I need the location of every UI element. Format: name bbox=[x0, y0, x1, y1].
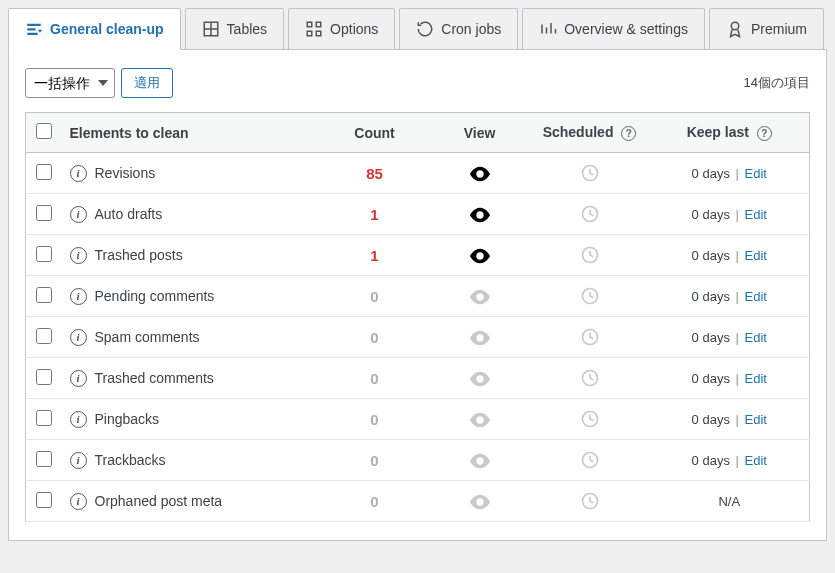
row-checkbox[interactable] bbox=[36, 246, 52, 262]
view-icon[interactable] bbox=[469, 287, 491, 304]
row-checkbox[interactable] bbox=[36, 451, 52, 467]
element-name: Auto drafts bbox=[95, 206, 163, 222]
table-row: iTrashed comments00 days | Edit bbox=[26, 358, 810, 399]
edit-link[interactable]: Edit bbox=[745, 289, 767, 304]
element-name: Orphaned post meta bbox=[95, 493, 223, 509]
tab-overview[interactable]: Overview & settings bbox=[522, 8, 705, 49]
info-icon[interactable]: i bbox=[70, 329, 87, 346]
element-name: Pingbacks bbox=[95, 411, 160, 427]
table-row: iOrphaned post meta0N/A bbox=[26, 481, 810, 522]
tab-tables[interactable]: Tables bbox=[185, 8, 284, 49]
count-value: 0 bbox=[370, 288, 378, 305]
row-checkbox[interactable] bbox=[36, 369, 52, 385]
tables-icon bbox=[202, 20, 220, 38]
select-all-checkbox[interactable] bbox=[36, 123, 52, 139]
table-row: iAuto drafts10 days | Edit bbox=[26, 194, 810, 235]
info-icon[interactable]: i bbox=[70, 452, 87, 469]
element-name: Pending comments bbox=[95, 288, 215, 304]
edit-link[interactable]: Edit bbox=[745, 207, 767, 222]
options-icon bbox=[305, 20, 323, 38]
clock-icon bbox=[580, 369, 600, 385]
svg-rect-0 bbox=[27, 24, 41, 26]
clock-icon bbox=[580, 287, 600, 303]
table-row: iPending comments00 days | Edit bbox=[26, 276, 810, 317]
bulk-select[interactable]: 一括操作 bbox=[25, 68, 115, 98]
edit-link[interactable]: Edit bbox=[745, 248, 767, 263]
tab-label: Premium bbox=[751, 21, 807, 37]
info-icon[interactable]: i bbox=[70, 247, 87, 264]
clock-icon bbox=[580, 492, 600, 508]
view-icon[interactable] bbox=[469, 369, 491, 386]
items-count: 14個の項目 bbox=[744, 74, 810, 92]
premium-icon bbox=[726, 20, 744, 38]
info-icon[interactable]: i bbox=[70, 206, 87, 223]
element-name: Trashed comments bbox=[95, 370, 214, 386]
view-icon[interactable] bbox=[469, 328, 491, 345]
count-value: 0 bbox=[370, 370, 378, 387]
count-value: 85 bbox=[366, 165, 383, 182]
help-icon[interactable]: ? bbox=[757, 126, 772, 141]
tab-cron[interactable]: Cron jobs bbox=[399, 8, 518, 49]
svg-rect-7 bbox=[316, 22, 321, 27]
clock-icon bbox=[580, 205, 600, 221]
edit-link[interactable]: Edit bbox=[745, 412, 767, 427]
count-value: 0 bbox=[370, 493, 378, 510]
tab-label: General clean-up bbox=[50, 21, 164, 37]
tabs-bar: General clean-upTablesOptionsCron jobsOv… bbox=[8, 8, 827, 49]
overview-icon bbox=[539, 20, 557, 38]
view-icon[interactable] bbox=[469, 205, 491, 222]
row-checkbox[interactable] bbox=[36, 205, 52, 221]
info-icon[interactable]: i bbox=[70, 370, 87, 387]
tab-cleanup[interactable]: General clean-up bbox=[8, 8, 181, 50]
count-value: 0 bbox=[370, 411, 378, 428]
row-checkbox[interactable] bbox=[36, 164, 52, 180]
view-icon[interactable] bbox=[469, 410, 491, 427]
keep-days: 0 days bbox=[692, 166, 730, 181]
col-scheduled: Scheduled ? bbox=[530, 113, 650, 153]
clock-icon bbox=[580, 451, 600, 467]
svg-rect-9 bbox=[316, 31, 321, 36]
col-view: View bbox=[430, 113, 530, 153]
view-icon[interactable] bbox=[469, 492, 491, 509]
element-name: Trackbacks bbox=[95, 452, 166, 468]
keep-days: 0 days bbox=[692, 412, 730, 427]
edit-link[interactable]: Edit bbox=[745, 330, 767, 345]
view-icon[interactable] bbox=[469, 164, 491, 181]
cleanup-table: Elements to clean Count View Scheduled ?… bbox=[25, 112, 810, 522]
info-icon[interactable]: i bbox=[70, 493, 87, 510]
keep-days: 0 days bbox=[692, 453, 730, 468]
row-checkbox[interactable] bbox=[36, 328, 52, 344]
row-checkbox[interactable] bbox=[36, 410, 52, 426]
help-icon[interactable]: ? bbox=[621, 126, 636, 141]
count-value: 0 bbox=[370, 329, 378, 346]
row-checkbox[interactable] bbox=[36, 287, 52, 303]
keep-days: 0 days bbox=[692, 289, 730, 304]
col-checkbox bbox=[26, 113, 62, 153]
edit-link[interactable]: Edit bbox=[745, 166, 767, 181]
row-checkbox[interactable] bbox=[36, 492, 52, 508]
tab-label: Overview & settings bbox=[564, 21, 688, 37]
clock-icon bbox=[580, 164, 600, 180]
info-icon[interactable]: i bbox=[70, 411, 87, 428]
bulk-actions: 一括操作 適用 bbox=[25, 68, 173, 98]
view-icon[interactable] bbox=[469, 246, 491, 263]
apply-button[interactable]: 適用 bbox=[121, 68, 173, 98]
keep-days: 0 days bbox=[692, 207, 730, 222]
cleanup-icon bbox=[25, 20, 43, 38]
table-row: iRevisions850 days | Edit bbox=[26, 153, 810, 194]
keep-days: 0 days bbox=[692, 330, 730, 345]
info-icon[interactable]: i bbox=[70, 288, 87, 305]
edit-link[interactable]: Edit bbox=[745, 453, 767, 468]
clock-icon bbox=[580, 410, 600, 426]
col-count[interactable]: Count bbox=[320, 113, 430, 153]
cron-icon bbox=[416, 20, 434, 38]
info-icon[interactable]: i bbox=[70, 165, 87, 182]
element-name: Spam comments bbox=[95, 329, 200, 345]
clock-icon bbox=[580, 246, 600, 262]
tab-options[interactable]: Options bbox=[288, 8, 395, 49]
col-elements[interactable]: Elements to clean bbox=[62, 113, 320, 153]
edit-link[interactable]: Edit bbox=[745, 371, 767, 386]
view-icon[interactable] bbox=[469, 451, 491, 468]
tab-premium[interactable]: Premium bbox=[709, 8, 824, 49]
col-keeplast: Keep last ? bbox=[650, 113, 810, 153]
